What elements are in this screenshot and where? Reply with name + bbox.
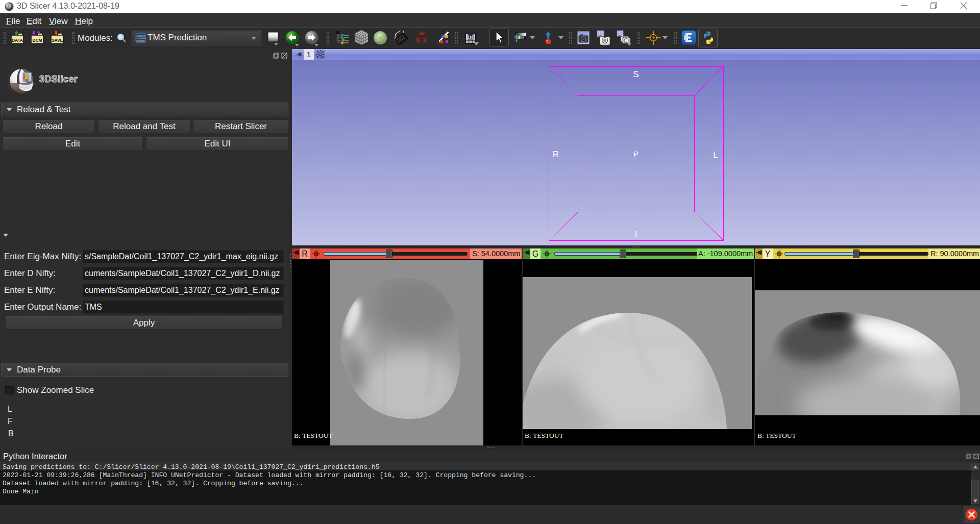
svg-text:P: P: [633, 150, 638, 158]
svg-text:I: I: [635, 230, 638, 239]
svg-text:DATA: DATA: [12, 38, 23, 43]
svg-text:DCM: DCM: [32, 38, 42, 43]
svg-text:L: L: [713, 150, 718, 160]
svg-text:R: R: [553, 149, 559, 159]
svg-text:Template: Template: [136, 40, 145, 42]
svg-text:S: S: [633, 69, 639, 79]
svg-text:SAVE: SAVE: [52, 38, 63, 43]
